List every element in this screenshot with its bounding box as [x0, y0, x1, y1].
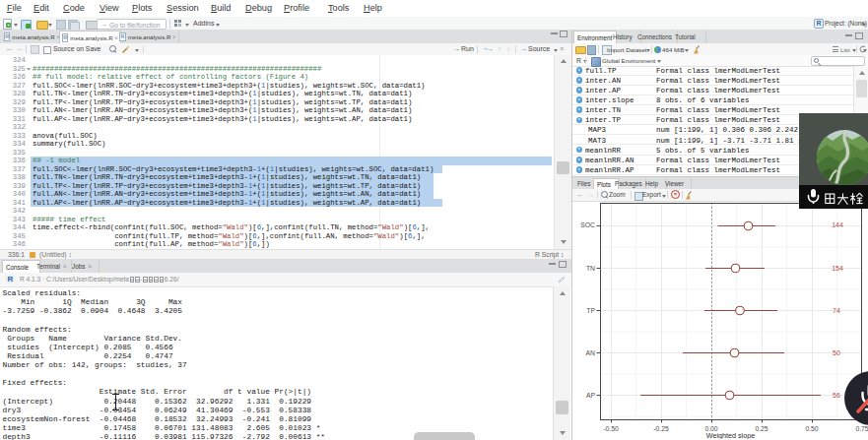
- svg-text:AN: AN: [586, 349, 596, 356]
- svg-text:AP: AP: [586, 392, 596, 399]
- svg-text:SOC: SOC: [580, 221, 595, 228]
- svg-text:154: 154: [832, 265, 843, 272]
- svg-text:-0.50: -0.50: [603, 425, 619, 432]
- svg-text:TN: TN: [586, 265, 595, 272]
- svg-text:0.25: 0.25: [755, 425, 768, 432]
- svg-text:Weighted slope: Weighted slope: [706, 431, 755, 440]
- svg-text:0.50: 0.50: [805, 425, 818, 432]
- svg-text:144: 144: [832, 221, 843, 228]
- svg-text:TP: TP: [586, 307, 595, 314]
- svg-text:0.75: 0.75: [855, 425, 868, 432]
- svg-text:50: 50: [833, 349, 840, 356]
- svg-text:74: 74: [833, 307, 840, 314]
- svg-text:56: 56: [833, 392, 840, 399]
- svg-text:-0.25: -0.25: [653, 425, 669, 432]
